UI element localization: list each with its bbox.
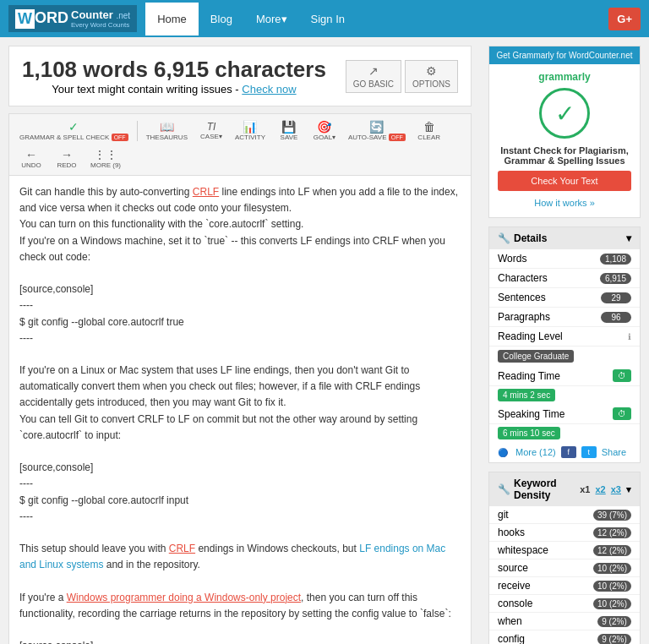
details-more-link[interactable]: More (12) xyxy=(515,447,556,457)
keyword-density-box: 🔧 Keyword Density x1 x2 x3 ▾ git 39 (7%)… xyxy=(488,472,641,644)
nav-blog[interactable]: Blog xyxy=(199,3,244,35)
stats-subtitle-text: Your text might contain writing issues - xyxy=(52,83,242,96)
grammarly-how-link[interactable]: How it works » xyxy=(534,198,595,208)
left-panel: 1,108 words 6,915 characters Your text m… xyxy=(0,37,480,644)
twitter-share-icon[interactable]: t xyxy=(581,446,597,458)
grammar-label: GRAMMAR & SPELL CHECK OFF xyxy=(19,134,128,141)
nav: Home Blog More Sign In xyxy=(145,3,357,35)
grammarly-logo: grammarly xyxy=(498,71,631,83)
more-button[interactable]: ⋮⋮ MORE (9) xyxy=(85,145,126,172)
details-collapse-icon[interactable]: ▾ xyxy=(626,232,631,244)
keyword-tab-x3[interactable]: x3 xyxy=(611,484,621,495)
details-reading-time-label: Reading Time xyxy=(498,370,560,382)
undo-label: UNDO xyxy=(21,161,41,169)
keyword-whitespace-value: 12 (2%) xyxy=(593,545,631,556)
content-dash2: ---- xyxy=(19,330,461,347)
details-reading-level-label: Reading Level xyxy=(498,330,563,342)
grammarly-check-button[interactable]: Check Your Text xyxy=(498,171,631,191)
content-source3: [source,console] xyxy=(19,638,461,644)
grammarly-header: Get Grammarly for WordCounter.net xyxy=(489,46,640,64)
keyword-tab-x1[interactable]: x1 xyxy=(580,484,590,495)
keyword-row-source: source 10 (2%) xyxy=(489,559,640,577)
keyword-hooks-value: 12 (2%) xyxy=(593,527,631,538)
redo-button[interactable]: → REDO xyxy=(50,145,84,172)
gplus-button[interactable]: G+ xyxy=(608,8,641,30)
keyword-source-label: source xyxy=(498,562,528,574)
stats-buttons: ↗ GO BASIC ⚙ OPTIONS xyxy=(346,60,458,93)
highlight-lf1: LF endings on Mac and Linux systems xyxy=(19,543,445,570)
stats-title: 1,108 words 6,915 characters xyxy=(22,57,326,83)
auto-save-label: AUTO-SAVE OFF xyxy=(348,134,406,141)
logo-word: W ORD xyxy=(15,9,68,29)
details-title: Details xyxy=(514,232,547,244)
details-paragraphs-value: 96 xyxy=(601,312,631,323)
options-button[interactable]: ⚙ OPTIONS xyxy=(405,60,458,93)
clear-button[interactable]: 🗑 CLEAR xyxy=(412,117,446,144)
facebook-share-icon[interactable]: f xyxy=(561,446,576,458)
content-dash1: ---- xyxy=(19,297,461,314)
keyword-row-when: when 9 (2%) xyxy=(489,613,640,630)
grammarly-check-circle: ✓ xyxy=(539,88,590,139)
redo-label: REDO xyxy=(57,161,76,169)
keyword-receive-value: 10 (2%) xyxy=(593,581,631,592)
save-button[interactable]: 💾 SAVE xyxy=(272,117,306,144)
details-paragraphs-label: Paragraphs xyxy=(498,311,550,323)
grammarly-check-icon: ✓ xyxy=(555,100,575,128)
keyword-config-label: config xyxy=(498,633,525,644)
thesaurus-icon: 📖 xyxy=(160,120,174,134)
goal-button[interactable]: 🎯 GOAL▾ xyxy=(308,117,341,144)
details-share-link[interactable]: Share xyxy=(602,447,626,457)
goal-label: GOAL▾ xyxy=(314,134,335,141)
go-basic-button[interactable]: ↗ GO BASIC xyxy=(346,60,401,93)
content-dash4: ---- xyxy=(19,509,461,525)
details-row-reading-level: Reading Level ℹ xyxy=(489,327,640,347)
keyword-wrench-icon: 🔧 xyxy=(498,483,510,495)
keyword-tab-x2[interactable]: x2 xyxy=(596,484,606,495)
case-label: CASE▾ xyxy=(200,133,222,140)
header: W ORD Counter .net Every Word Counts Hom… xyxy=(0,0,649,37)
speaking-time-value-row: 6 mins 10 sec xyxy=(489,424,640,442)
activity-icon: 📊 xyxy=(243,120,257,134)
keyword-header: 🔧 Keyword Density x1 x2 x3 ▾ xyxy=(489,472,640,506)
content-p7: If you're a Windows programmer doing a W… xyxy=(19,590,461,622)
clear-label: CLEAR xyxy=(417,134,440,141)
keyword-header-left: 🔧 Keyword Density xyxy=(498,478,580,501)
logo-tagline: Every Word Counts xyxy=(71,21,130,29)
nav-home[interactable]: Home xyxy=(145,3,199,35)
stats-subtitle-wrap: Your text might contain writing issues -… xyxy=(22,83,326,96)
reading-level-badge: College Graduate xyxy=(498,350,574,363)
toolbar: ✓ GRAMMAR & SPELL CHECK OFF 📖 THESAURUS … xyxy=(8,113,472,175)
more-label: MORE (9) xyxy=(90,161,121,169)
activity-button[interactable]: 📊 ACTIVITY xyxy=(230,117,270,144)
logo-tld: .net xyxy=(116,11,130,20)
nav-signin[interactable]: Sign In xyxy=(299,3,357,35)
auto-save-button[interactable]: 🔄 AUTO-SAVE OFF xyxy=(343,117,411,144)
keyword-when-value: 9 (2%) xyxy=(597,616,631,627)
details-sentences-value: 29 xyxy=(601,292,631,303)
auto-save-icon: 🔄 xyxy=(369,120,384,134)
details-reading-time-icon: ⏱ xyxy=(613,369,631,382)
right-panel: Get Grammarly for WordCounter.net gramma… xyxy=(480,37,649,644)
details-words-label: Words xyxy=(498,253,526,265)
speaking-time-value: 6 mins 10 sec xyxy=(498,427,560,439)
save-icon: 💾 xyxy=(281,120,296,134)
details-row-words: Words 1,108 xyxy=(489,249,640,269)
grammar-spell-check-button[interactable]: ✓ GRAMMAR & SPELL CHECK OFF xyxy=(14,117,134,144)
keyword-collapse-icon[interactable]: ▾ xyxy=(626,484,631,495)
keyword-tabs: x1 x2 x3 ▾ xyxy=(580,484,631,495)
details-reading-level-info-icon: ℹ xyxy=(628,332,631,341)
logo-counter-name: Counter xyxy=(71,8,113,21)
undo-button[interactable]: ← UNDO xyxy=(14,145,48,172)
highlight-crlf2: CRLF xyxy=(169,543,195,554)
content-p5: You can tell Git to convert CRLF to LF o… xyxy=(19,412,461,444)
text-editor[interactable]: Git can handle this by auto-converting C… xyxy=(8,175,472,644)
nav-more[interactable]: More xyxy=(244,3,299,35)
details-more-row: 🔵 More (12) f t Share xyxy=(489,442,640,462)
stats-check-link[interactable]: Check now xyxy=(242,83,296,96)
case-button[interactable]: TI CASE▾ xyxy=(194,118,228,143)
thesaurus-button[interactable]: 📖 THESAURUS xyxy=(141,117,193,144)
keyword-receive-label: receive xyxy=(498,580,531,592)
logo-brand-wrap: Counter .net Every Word Counts xyxy=(71,8,130,29)
toggle-icon: 🔵 xyxy=(498,448,508,457)
details-row-reading-time: Reading Time ⏱ xyxy=(489,366,640,386)
